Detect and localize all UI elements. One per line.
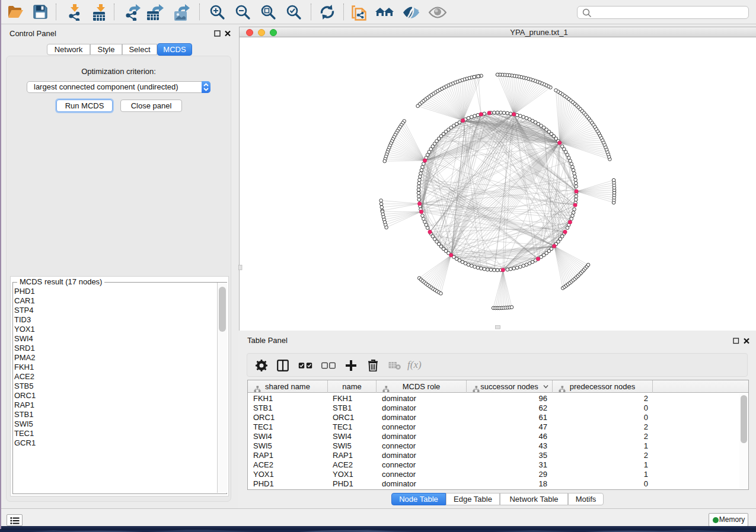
svg-text:f(x): f(x) [407, 359, 422, 370]
